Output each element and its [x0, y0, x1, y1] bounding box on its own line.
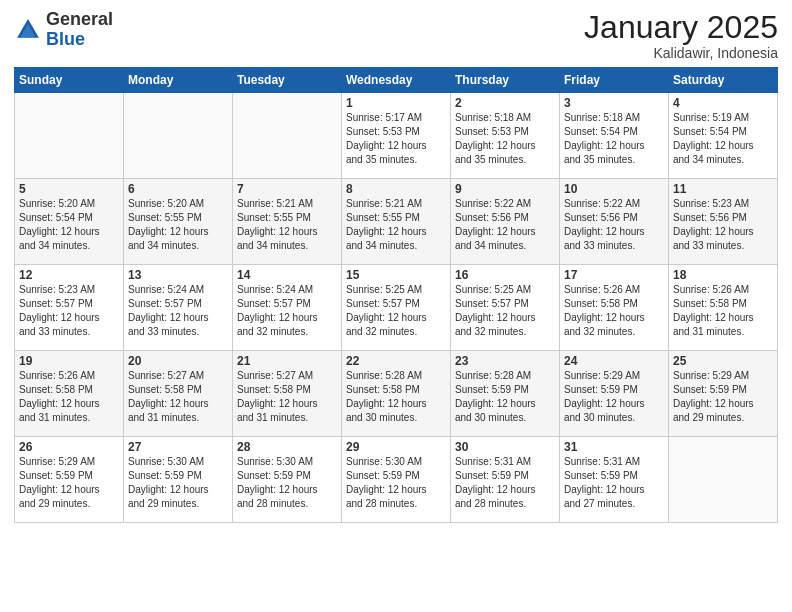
calendar-cell: 15Sunrise: 5:25 AMSunset: 5:57 PMDayligh…	[342, 265, 451, 351]
day-info: Sunrise: 5:23 AMSunset: 5:57 PMDaylight:…	[19, 283, 119, 339]
day-number: 28	[237, 440, 337, 454]
day-info: Sunrise: 5:30 AMSunset: 5:59 PMDaylight:…	[346, 455, 446, 511]
day-info: Sunrise: 5:28 AMSunset: 5:59 PMDaylight:…	[455, 369, 555, 425]
calendar-cell: 9Sunrise: 5:22 AMSunset: 5:56 PMDaylight…	[451, 179, 560, 265]
weekday-header-monday: Monday	[124, 68, 233, 93]
calendar-cell: 28Sunrise: 5:30 AMSunset: 5:59 PMDayligh…	[233, 437, 342, 523]
day-info: Sunrise: 5:31 AMSunset: 5:59 PMDaylight:…	[564, 455, 664, 511]
day-info: Sunrise: 5:24 AMSunset: 5:57 PMDaylight:…	[237, 283, 337, 339]
day-info: Sunrise: 5:24 AMSunset: 5:57 PMDaylight:…	[128, 283, 228, 339]
calendar-cell: 26Sunrise: 5:29 AMSunset: 5:59 PMDayligh…	[15, 437, 124, 523]
day-info: Sunrise: 5:22 AMSunset: 5:56 PMDaylight:…	[564, 197, 664, 253]
day-info: Sunrise: 5:18 AMSunset: 5:53 PMDaylight:…	[455, 111, 555, 167]
weekday-header-wednesday: Wednesday	[342, 68, 451, 93]
calendar-cell: 5Sunrise: 5:20 AMSunset: 5:54 PMDaylight…	[15, 179, 124, 265]
calendar-cell: 21Sunrise: 5:27 AMSunset: 5:58 PMDayligh…	[233, 351, 342, 437]
day-info: Sunrise: 5:27 AMSunset: 5:58 PMDaylight:…	[237, 369, 337, 425]
calendar-cell: 14Sunrise: 5:24 AMSunset: 5:57 PMDayligh…	[233, 265, 342, 351]
calendar-cell: 16Sunrise: 5:25 AMSunset: 5:57 PMDayligh…	[451, 265, 560, 351]
day-number: 13	[128, 268, 228, 282]
calendar-cell: 11Sunrise: 5:23 AMSunset: 5:56 PMDayligh…	[669, 179, 778, 265]
day-info: Sunrise: 5:21 AMSunset: 5:55 PMDaylight:…	[346, 197, 446, 253]
page: General Blue January 2025 Kalidawir, Ind…	[0, 0, 792, 612]
calendar-week-4: 19Sunrise: 5:26 AMSunset: 5:58 PMDayligh…	[15, 351, 778, 437]
day-info: Sunrise: 5:30 AMSunset: 5:59 PMDaylight:…	[128, 455, 228, 511]
day-info: Sunrise: 5:18 AMSunset: 5:54 PMDaylight:…	[564, 111, 664, 167]
calendar-cell: 22Sunrise: 5:28 AMSunset: 5:58 PMDayligh…	[342, 351, 451, 437]
location: Kalidawir, Indonesia	[584, 45, 778, 61]
calendar-cell: 23Sunrise: 5:28 AMSunset: 5:59 PMDayligh…	[451, 351, 560, 437]
day-number: 5	[19, 182, 119, 196]
calendar-cell: 29Sunrise: 5:30 AMSunset: 5:59 PMDayligh…	[342, 437, 451, 523]
day-number: 4	[673, 96, 773, 110]
day-number: 15	[346, 268, 446, 282]
calendar-week-5: 26Sunrise: 5:29 AMSunset: 5:59 PMDayligh…	[15, 437, 778, 523]
calendar-cell: 25Sunrise: 5:29 AMSunset: 5:59 PMDayligh…	[669, 351, 778, 437]
calendar-cell: 8Sunrise: 5:21 AMSunset: 5:55 PMDaylight…	[342, 179, 451, 265]
day-number: 19	[19, 354, 119, 368]
calendar-cell: 13Sunrise: 5:24 AMSunset: 5:57 PMDayligh…	[124, 265, 233, 351]
calendar-cell: 7Sunrise: 5:21 AMSunset: 5:55 PMDaylight…	[233, 179, 342, 265]
day-info: Sunrise: 5:21 AMSunset: 5:55 PMDaylight:…	[237, 197, 337, 253]
weekday-header-tuesday: Tuesday	[233, 68, 342, 93]
calendar-cell: 3Sunrise: 5:18 AMSunset: 5:54 PMDaylight…	[560, 93, 669, 179]
day-info: Sunrise: 5:20 AMSunset: 5:54 PMDaylight:…	[19, 197, 119, 253]
day-info: Sunrise: 5:23 AMSunset: 5:56 PMDaylight:…	[673, 197, 773, 253]
day-number: 21	[237, 354, 337, 368]
day-number: 12	[19, 268, 119, 282]
day-number: 27	[128, 440, 228, 454]
weekday-header-sunday: Sunday	[15, 68, 124, 93]
day-info: Sunrise: 5:17 AMSunset: 5:53 PMDaylight:…	[346, 111, 446, 167]
title-block: January 2025 Kalidawir, Indonesia	[584, 10, 778, 61]
calendar-cell: 2Sunrise: 5:18 AMSunset: 5:53 PMDaylight…	[451, 93, 560, 179]
day-number: 14	[237, 268, 337, 282]
day-number: 25	[673, 354, 773, 368]
calendar-cell: 1Sunrise: 5:17 AMSunset: 5:53 PMDaylight…	[342, 93, 451, 179]
calendar-cell	[15, 93, 124, 179]
calendar-cell	[669, 437, 778, 523]
day-number: 8	[346, 182, 446, 196]
day-info: Sunrise: 5:28 AMSunset: 5:58 PMDaylight:…	[346, 369, 446, 425]
calendar-cell: 31Sunrise: 5:31 AMSunset: 5:59 PMDayligh…	[560, 437, 669, 523]
day-number: 11	[673, 182, 773, 196]
logo-icon	[14, 16, 42, 44]
day-number: 22	[346, 354, 446, 368]
logo-blue: Blue	[46, 29, 85, 49]
calendar-cell: 18Sunrise: 5:26 AMSunset: 5:58 PMDayligh…	[669, 265, 778, 351]
calendar-week-2: 5Sunrise: 5:20 AMSunset: 5:54 PMDaylight…	[15, 179, 778, 265]
day-info: Sunrise: 5:25 AMSunset: 5:57 PMDaylight:…	[455, 283, 555, 339]
day-number: 23	[455, 354, 555, 368]
calendar: SundayMondayTuesdayWednesdayThursdayFrid…	[14, 67, 778, 523]
day-info: Sunrise: 5:27 AMSunset: 5:58 PMDaylight:…	[128, 369, 228, 425]
header: General Blue January 2025 Kalidawir, Ind…	[14, 10, 778, 61]
day-number: 1	[346, 96, 446, 110]
weekday-header-saturday: Saturday	[669, 68, 778, 93]
day-number: 10	[564, 182, 664, 196]
day-number: 17	[564, 268, 664, 282]
day-info: Sunrise: 5:30 AMSunset: 5:59 PMDaylight:…	[237, 455, 337, 511]
day-number: 26	[19, 440, 119, 454]
calendar-cell: 27Sunrise: 5:30 AMSunset: 5:59 PMDayligh…	[124, 437, 233, 523]
calendar-cell: 24Sunrise: 5:29 AMSunset: 5:59 PMDayligh…	[560, 351, 669, 437]
day-number: 6	[128, 182, 228, 196]
day-info: Sunrise: 5:29 AMSunset: 5:59 PMDaylight:…	[673, 369, 773, 425]
day-number: 24	[564, 354, 664, 368]
day-number: 29	[346, 440, 446, 454]
weekday-header-friday: Friday	[560, 68, 669, 93]
calendar-week-3: 12Sunrise: 5:23 AMSunset: 5:57 PMDayligh…	[15, 265, 778, 351]
day-number: 31	[564, 440, 664, 454]
day-number: 9	[455, 182, 555, 196]
day-info: Sunrise: 5:29 AMSunset: 5:59 PMDaylight:…	[564, 369, 664, 425]
calendar-cell	[124, 93, 233, 179]
day-info: Sunrise: 5:31 AMSunset: 5:59 PMDaylight:…	[455, 455, 555, 511]
day-info: Sunrise: 5:19 AMSunset: 5:54 PMDaylight:…	[673, 111, 773, 167]
month-title: January 2025	[584, 10, 778, 45]
calendar-cell: 20Sunrise: 5:27 AMSunset: 5:58 PMDayligh…	[124, 351, 233, 437]
day-info: Sunrise: 5:26 AMSunset: 5:58 PMDaylight:…	[564, 283, 664, 339]
day-info: Sunrise: 5:25 AMSunset: 5:57 PMDaylight:…	[346, 283, 446, 339]
calendar-cell: 10Sunrise: 5:22 AMSunset: 5:56 PMDayligh…	[560, 179, 669, 265]
day-number: 7	[237, 182, 337, 196]
calendar-cell: 30Sunrise: 5:31 AMSunset: 5:59 PMDayligh…	[451, 437, 560, 523]
day-number: 2	[455, 96, 555, 110]
calendar-cell: 17Sunrise: 5:26 AMSunset: 5:58 PMDayligh…	[560, 265, 669, 351]
